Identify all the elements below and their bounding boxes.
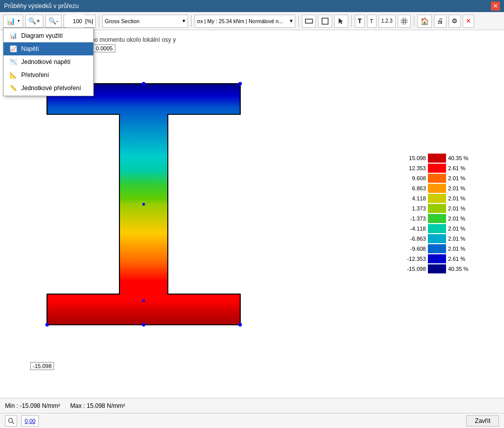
legend-percentage: 2.01 %	[448, 185, 471, 191]
close-button[interactable]: Zavřít	[466, 415, 499, 426]
legend-color-swatch	[428, 204, 446, 213]
separator-2	[191, 15, 192, 27]
box-btn[interactable]	[318, 15, 332, 28]
stress-type-label: σx | My : 25.34 kNm | Normálové n...	[197, 18, 283, 24]
min-value: Min : -15.098 N/mm²	[5, 402, 60, 409]
select-btn[interactable]	[334, 15, 348, 28]
legend-value: 4.118	[398, 195, 426, 201]
dropdown-item-label-2: Napětí	[21, 45, 39, 52]
bar-chart-icon: 📊	[10, 32, 17, 39]
search-icon	[8, 417, 15, 424]
footer-left: 0,00	[5, 415, 39, 426]
legend-color-swatch	[428, 254, 446, 263]
dropdown-item-diagram-vyuziti[interactable]: 📊 Diagram využití	[4, 29, 93, 42]
legend-color-swatch	[428, 174, 446, 183]
grid-icon	[401, 18, 408, 25]
legend-color-swatch	[428, 164, 446, 173]
legend-percentage: 2.01 %	[448, 246, 471, 252]
legend-color-swatch	[428, 224, 446, 233]
diagram-type-button[interactable]: 📊 ▾	[3, 15, 23, 28]
legend-value: -6.863	[398, 236, 426, 242]
dropdown-item-jednotkove-napeti[interactable]: 📉 Jednotkové napětí	[4, 55, 93, 68]
separator-1	[99, 15, 99, 27]
dropdown-item-pretvoreni[interactable]: 📐 Přetvoření	[4, 68, 93, 82]
footer-bar: 0,00 Zavřít	[0, 413, 504, 428]
separator-3	[298, 15, 299, 27]
legend-color-swatch	[428, 194, 446, 203]
legend-row: -15.09840.35 %	[398, 264, 499, 273]
toolbar: 📊 ▾ 📊 Diagram využití 📈 Napětí 📉 Jednotk…	[0, 12, 504, 30]
section-btn[interactable]	[302, 15, 316, 28]
legend-percentage: 2.01 %	[448, 226, 471, 232]
max-value: Max : 15.098 N/mm²	[70, 402, 125, 409]
legend-value: 1.373	[398, 205, 426, 211]
unit-strain-icon: 📏	[10, 85, 17, 92]
svg-rect-0	[305, 19, 312, 23]
close-window-button[interactable]: ✕	[491, 2, 500, 11]
dropdown-item-jednotkove-pretvoreni[interactable]: 📏 Jednotkové přetvoření	[4, 82, 93, 95]
legend-value: -12.353	[398, 256, 426, 262]
zoom-out-button[interactable]: 🔍-	[45, 15, 61, 28]
logo-btn[interactable]: 🏠	[417, 15, 432, 28]
print-btn[interactable]: 🖨	[434, 15, 447, 28]
legend-percentage: 2.01 %	[448, 195, 471, 201]
legend-value: -1.373	[398, 216, 426, 222]
legend-row: -1.3732.01 %	[398, 214, 499, 223]
status-bar: Min : -15.098 N/mm² Max : 15.098 N/mm²	[0, 398, 504, 413]
legend-color-swatch	[428, 264, 446, 273]
unit-stress-icon: 📉	[10, 58, 17, 65]
label-bottom: -15.098	[30, 362, 54, 370]
gross-section-dropdown[interactable]: Gross Section ▾	[102, 15, 188, 28]
stress-chevron: ▾	[290, 18, 293, 24]
zoom-in-button[interactable]: 🔍+	[25, 15, 43, 28]
legend-value: -15.098	[398, 266, 426, 272]
legend-row: 12.3532.61 %	[398, 164, 499, 173]
numbers-btn[interactable]: 1.2.3	[379, 15, 396, 28]
svg-point-24	[238, 82, 242, 86]
legend-percentage: 2.01 %	[448, 175, 471, 181]
legend-row: 1.3732.01 %	[398, 204, 499, 213]
separator-5	[414, 15, 414, 27]
legend-percentage: 2.61 %	[448, 165, 471, 171]
title-bar: Průběhy výsledků v průřezu ✕	[0, 0, 504, 12]
zoom-input-container: 100 [%]	[64, 15, 96, 28]
zoom-input[interactable]: 100	[66, 15, 84, 28]
text-btn-1[interactable]: T	[355, 15, 365, 28]
svg-point-28	[142, 203, 145, 205]
svg-point-30	[9, 418, 13, 422]
legend-percentage: 40.35 %	[448, 266, 471, 272]
grid-btn[interactable]	[398, 15, 411, 28]
close-toolbar-btn[interactable]: ✕	[463, 15, 474, 28]
separator-4	[351, 15, 352, 27]
dropdown-item-napeti[interactable]: 📈 Napětí	[4, 42, 93, 55]
legend-value: 9.608	[398, 175, 426, 181]
legend-color-swatch	[428, 154, 446, 163]
stress-type-dropdown[interactable]: σx | My : 25.34 kNm | Normálové n... ▾	[195, 15, 295, 28]
svg-point-29	[142, 300, 145, 302]
search-box[interactable]	[5, 415, 17, 426]
legend-row: -4.1182.01 %	[398, 224, 499, 233]
legend-percentage: 2.01 %	[448, 216, 471, 222]
svg-point-27	[238, 323, 242, 327]
strain-icon: 📐	[10, 72, 17, 79]
window-title: Průběhy výsledků v průřezu	[4, 3, 79, 10]
gross-section-chevron: ▾	[182, 18, 185, 24]
dropdown-item-label-4: Přetvoření	[21, 72, 49, 79]
settings-btn[interactable]: ⚙	[449, 15, 461, 28]
svg-point-26	[45, 323, 49, 327]
legend-row: -9.6082.01 %	[398, 244, 499, 253]
dropdown-item-label-5: Jednotkové přetvoření	[21, 85, 81, 92]
legend-value: 15.098	[398, 155, 426, 161]
legend-color-swatch	[428, 214, 446, 223]
stress-icon: 📈	[10, 45, 17, 52]
box-icon	[321, 17, 329, 25]
legend-color-swatch	[428, 244, 446, 253]
view-type-dropdown-container: 📊 ▾ 📊 Diagram využití 📈 Napětí 📉 Jednotk…	[3, 15, 23, 28]
legend-row: -6.8632.01 %	[398, 234, 499, 243]
section-icon	[305, 17, 313, 25]
legend-color-swatch	[428, 184, 446, 193]
legend-percentage: 2.01 %	[448, 205, 471, 211]
coord-display[interactable]: 0,00	[21, 415, 39, 426]
text-btn-2[interactable]: T	[367, 15, 376, 28]
legend-panel: 15.09840.35 %12.3532.61 %9.6082.01 %6.86…	[393, 30, 504, 398]
